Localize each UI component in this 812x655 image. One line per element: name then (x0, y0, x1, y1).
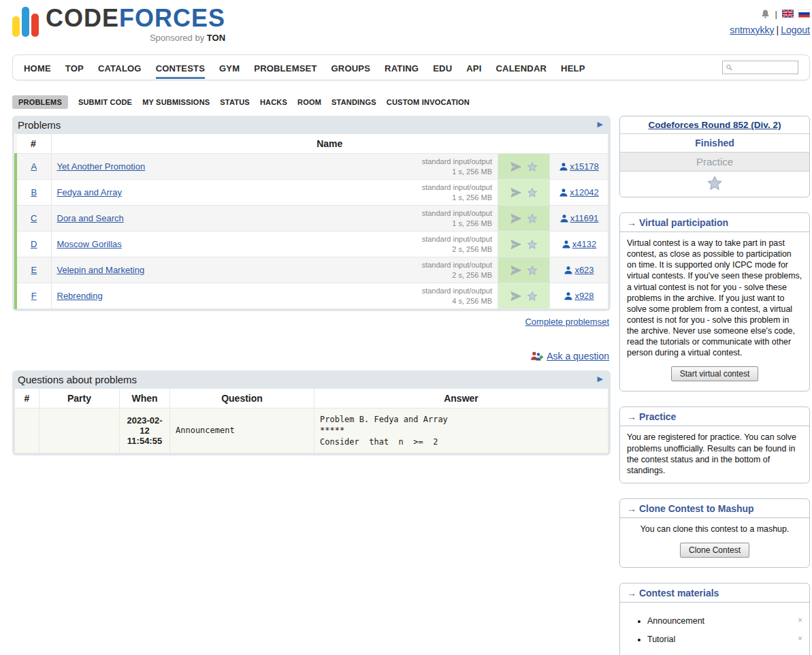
star-icon[interactable] (527, 161, 538, 172)
star-icon[interactable] (527, 239, 538, 250)
ask-question-link[interactable]: Ask a question (547, 351, 609, 362)
solvers-icon (564, 291, 573, 301)
close-icon[interactable]: × (798, 616, 802, 626)
clone-contest-caption: → Clone Contest to Mashup (620, 499, 809, 518)
problem-letter-link[interactable]: C (31, 213, 37, 223)
nav-item-help[interactable]: HELP (561, 56, 585, 79)
username-link[interactable]: sntmxykky (730, 25, 774, 35)
nav-item-groups[interactable]: GROUPS (331, 56, 371, 79)
question-index (15, 409, 39, 453)
logout-link[interactable]: Logout (781, 25, 810, 35)
solvers-icon (559, 214, 569, 223)
problem-name-link[interactable]: Moscow Gorillas (57, 239, 122, 249)
problem-name-link[interactable]: Fedya and Array (57, 187, 122, 197)
problem-name-link[interactable]: Yet Another Promotion (57, 161, 146, 172)
col-header-name: Name (51, 134, 608, 154)
solved-count-link[interactable]: x623 (564, 265, 594, 275)
solved-count-link[interactable]: x4132 (562, 239, 596, 249)
clone-contest-button[interactable]: Clone Contest (680, 543, 749, 558)
nav-item-api[interactable]: API (466, 56, 481, 79)
paper-plane-icon[interactable] (510, 291, 521, 302)
logo-bar-red (31, 14, 39, 37)
subnav-item-room[interactable]: ROOM (297, 98, 321, 106)
logo-text: CODEFORCES (46, 5, 225, 31)
problem-row: A Yet Another Promotionstandard input/ou… (16, 154, 608, 180)
problem-letter-link[interactable]: B (31, 187, 37, 197)
problem-letter-link[interactable]: A (31, 161, 37, 172)
virtual-participation-box: → Virtual participation Virtual contest … (619, 212, 810, 392)
nav-item-rating[interactable]: RATING (385, 56, 419, 79)
material-announcement-link[interactable]: Announcement (647, 616, 704, 626)
expand-arrow-icon[interactable]: ▶ (598, 120, 603, 129)
contest-title-link[interactable]: Codeforces Round 852 (Div. 2) (649, 120, 781, 130)
solved-count-link[interactable]: x12042 (559, 187, 599, 197)
solved-count-link[interactable]: x11691 (559, 213, 599, 223)
ru-flag-icon[interactable] (798, 10, 810, 18)
solved-count-link[interactable]: x928 (564, 291, 594, 301)
search-input[interactable] (733, 62, 795, 73)
complete-problemset-link[interactable]: Complete problemset (525, 317, 609, 327)
nav-item-contests[interactable]: CONTESTS (156, 56, 205, 79)
expand-arrow-icon[interactable]: ▶ (598, 374, 603, 383)
nav-item-home[interactable]: HOME (24, 56, 51, 79)
problem-row: B Fedya and Arraystandard input/output1 … (16, 180, 608, 206)
problem-row: C Dora and Searchstandard input/output1 … (16, 206, 608, 231)
favorite-star-icon[interactable] (706, 175, 724, 191)
questions-table: Questions about problems ▶ # Party When … (12, 370, 611, 456)
problem-name-link[interactable]: Dora and Search (57, 213, 124, 223)
sponsored-by: Sponsored by TON (46, 33, 225, 43)
problem-letter-link[interactable]: F (31, 291, 37, 301)
material-item: Announcement × (647, 616, 802, 626)
nav-item-calendar[interactable]: CALENDAR (496, 56, 547, 79)
problem-limits: standard input/output1 s, 256 MB (422, 182, 492, 202)
paper-plane-icon[interactable] (510, 265, 521, 276)
star-icon[interactable] (527, 291, 538, 302)
subnav-item-hacks[interactable]: HACKS (260, 98, 287, 106)
contest-materials-box: → Contest materials Announcement × Tutor… (619, 583, 810, 655)
subnav-item-standings[interactable]: STANDINGS (331, 98, 376, 106)
material-tutorial-link[interactable]: Tutorial (647, 635, 675, 644)
star-icon[interactable] (527, 265, 538, 276)
close-icon[interactable]: × (798, 634, 802, 645)
problem-letter-link[interactable]: E (31, 265, 37, 275)
nav-item-gym[interactable]: GYM (219, 56, 240, 79)
star-icon[interactable] (527, 187, 538, 198)
question-when: 2023-02-12 11:54:55 (120, 409, 170, 453)
subnav-item-custom-invocation[interactable]: CUSTOM INVOCATION (387, 98, 470, 106)
paper-plane-icon[interactable] (510, 213, 521, 224)
subnav-item-my-submissions[interactable]: MY SUBMISSIONS (142, 98, 210, 106)
problems-table: Problems ▶ # Name A Yet Another Promotio… (12, 116, 611, 311)
question-row: 2023-02-12 11:54:55 Announcement Problem… (15, 409, 608, 453)
contest-mode: Practice (620, 152, 809, 171)
logo-forces: FORCES (119, 4, 225, 32)
subnav-item-problems[interactable]: PROBLEMS (12, 95, 68, 109)
paper-plane-icon[interactable] (510, 187, 521, 198)
subnav-item-submit-code[interactable]: SUBMIT CODE (78, 98, 132, 106)
problems-header-row: # Name (16, 134, 608, 154)
start-virtual-contest-button[interactable]: Start virtual contest (671, 366, 759, 381)
solved-count-link[interactable]: x15178 (559, 161, 599, 172)
nav-item-problemset[interactable]: PROBLEMSET (254, 56, 316, 79)
col-header-index: # (16, 134, 51, 154)
codeforces-logo[interactable]: CODEFORCES Sponsored by TON (12, 5, 225, 49)
subnav-item-status[interactable]: STATUS (220, 98, 250, 106)
problem-name-link[interactable]: Velepin and Marketing (57, 265, 145, 275)
col-header-q-index: # (15, 389, 39, 409)
solvers-icon (562, 240, 571, 249)
problem-row: D Moscow Gorillasstandard input/output2 … (16, 231, 608, 257)
problem-letter-link[interactable]: D (31, 239, 37, 249)
nav-item-catalog[interactable]: CATALOG (98, 56, 142, 79)
contest-materials-caption: → Contest materials (620, 584, 809, 603)
notification-bell-icon[interactable] (760, 9, 770, 19)
paper-plane-icon[interactable] (510, 161, 521, 172)
uk-flag-icon[interactable] (782, 10, 794, 18)
col-header-answer: Answer (314, 389, 608, 409)
problem-row: E Velepin and Marketingstandard input/ou… (16, 257, 608, 283)
problem-name-link[interactable]: Rebrending (57, 291, 103, 301)
main-column: Problems ▶ # Name A Yet Another Promotio… (12, 116, 611, 655)
star-icon[interactable] (527, 213, 538, 224)
paper-plane-icon[interactable] (510, 239, 521, 250)
nav-item-edu[interactable]: EDU (433, 56, 452, 79)
nav-item-top[interactable]: TOP (65, 56, 84, 79)
contest-status: Finished (620, 133, 809, 152)
